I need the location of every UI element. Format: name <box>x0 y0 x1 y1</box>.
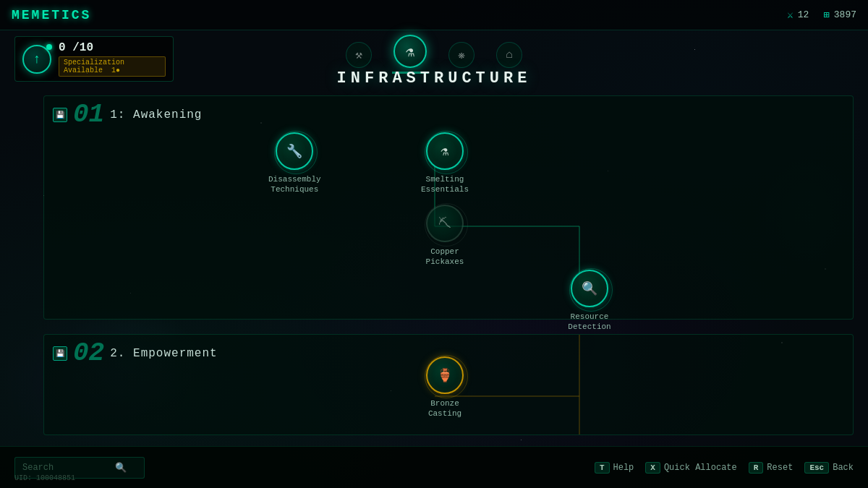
resources-stat: ⊞ 3897 <box>823 9 856 21</box>
top-bar: MEMETICS ⚔ 12 ⊞ 3897 <box>0 0 868 30</box>
era-1-save-icon: 💾 <box>53 108 67 122</box>
level-orb <box>22 45 51 74</box>
tab-4-icon: ⌂ <box>496 42 522 68</box>
tab-3[interactable]: ❋ <box>448 42 475 68</box>
era-2-name: 2. Empowerment <box>110 347 217 360</box>
skill-resource-label: Resource Detection <box>561 312 618 333</box>
hotkey-reset[interactable]: R Reset <box>749 462 793 474</box>
hotkey-help-label: Help <box>613 463 634 473</box>
era-2-section: 💾 02 2. Empowerment 🏺 Bronze Casting <box>43 334 854 435</box>
category-tabs: ⚒ ⚗ ❋ ⌂ <box>346 35 522 68</box>
tab-infrastructure[interactable]: ⚗ <box>393 35 427 68</box>
xp-bar-container: 0 /10 Specialization Available 1● <box>14 36 174 82</box>
skill-copper-icon: ⛏ <box>426 205 464 242</box>
level-orb-dot <box>46 44 52 50</box>
hotkey-reset-label: Reset <box>767 463 793 473</box>
hotkey-x-key: X <box>645 462 660 474</box>
hotkey-quick-allocate-label: Quick Allocate <box>664 463 737 473</box>
era-1-number: 01 <box>73 102 104 128</box>
resources-icon: ⊞ <box>823 9 829 21</box>
xp-info: 0 /10 Specialization Available 1● <box>59 41 166 77</box>
skill-bronze[interactable]: 🏺 Bronze Casting <box>416 356 474 419</box>
search-icon: 🔍 <box>115 462 127 474</box>
era-1-name: 1: Awakening <box>110 108 202 121</box>
skill-smelting-label: Smelting Essentials <box>416 174 474 195</box>
main-content: 💾 01 1: Awakening 🔧 Disassem <box>43 95 854 445</box>
actions-icon: ⚔ <box>787 9 793 21</box>
skill-bronze-icon: 🏺 <box>426 356 464 394</box>
actions-stat: ⚔ 12 <box>787 9 809 21</box>
era-2-save-icon: 💾 <box>53 346 67 361</box>
tab-3-icon: ❋ <box>448 42 475 68</box>
screen: MEMETICS ⚔ 12 ⊞ 3897 0 /10 Specializatio… <box>0 0 868 488</box>
hotkey-esc-key: Esc <box>804 462 829 474</box>
skill-resource-icon: 🔍 <box>571 270 608 307</box>
tab-infrastructure-icon: ⚗ <box>393 35 427 68</box>
app-title: MEMETICS <box>12 8 91 22</box>
hotkeys: T Help X Quick Allocate R Reset Esc Back <box>595 462 854 474</box>
xp-count: 0 /10 <box>59 41 166 54</box>
bottom-bar: 🔍 UID: 100048851 T Help X Quick Allocate… <box>0 446 868 488</box>
era-2-number: 02 <box>73 341 104 367</box>
era-1-section: 💾 01 1: Awakening 🔧 Disassem <box>43 95 854 320</box>
actions-value: 12 <box>798 9 809 20</box>
hotkey-back-label: Back <box>833 463 854 473</box>
resources-value: 3897 <box>834 9 856 20</box>
era-1-header: 💾 01 1: Awakening <box>44 96 853 134</box>
skill-bronze-label: Bronze Casting <box>416 398 474 419</box>
hotkey-quick-allocate[interactable]: X Quick Allocate <box>645 462 736 474</box>
skill-smelting-icon: ⚗ <box>426 132 464 170</box>
skill-copper-label: Copper Pickaxes <box>416 247 474 267</box>
hotkey-t-key: T <box>595 462 610 474</box>
skill-resource[interactable]: 🔍 Resource Detection <box>561 270 618 333</box>
tab-4[interactable]: ⌂ <box>496 42 522 68</box>
tab-1[interactable]: ⚒ <box>346 42 372 68</box>
uid-text: UID: 100048851 <box>14 474 75 482</box>
left-panel: 0 /10 Specialization Available 1● <box>14 36 174 82</box>
hotkey-r-key: R <box>749 462 764 474</box>
skill-disassembly-label: DisassemblyTechniques <box>268 174 321 195</box>
hotkey-help: T Help <box>595 462 634 474</box>
tab-1-icon: ⚒ <box>346 42 372 68</box>
section-title: INFRASTRUCTURE <box>337 69 532 87</box>
spec-available: Specialization Available 1● <box>59 56 166 77</box>
skill-smelting[interactable]: ⚗ Smelting Essentials <box>416 132 474 195</box>
top-right-stats: ⚔ 12 ⊞ 3897 <box>787 9 856 21</box>
skill-copper[interactable]: ⛏ Copper Pickaxes <box>416 205 474 267</box>
hotkey-back[interactable]: Esc Back <box>804 462 854 474</box>
skill-disassembly-icon: 🔧 <box>276 132 313 170</box>
search-input[interactable] <box>22 463 109 473</box>
skill-disassembly[interactable]: 🔧 DisassemblyTechniques <box>268 132 321 195</box>
